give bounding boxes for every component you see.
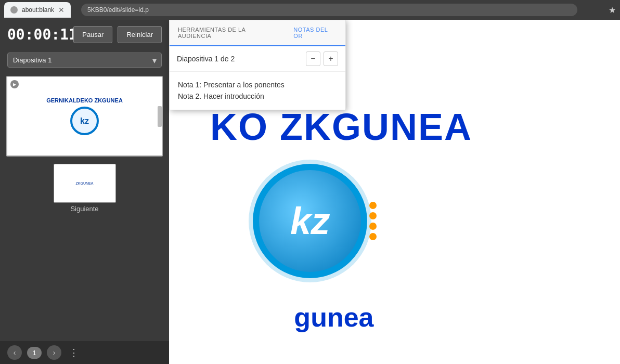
logo-dot-4	[369, 233, 377, 240]
note-line-1: Nota 1: Presentar a los ponentes	[178, 79, 337, 90]
tab-speaker-notes[interactable]: NOTAS DEL OR	[285, 20, 345, 46]
notes-controls: − +	[306, 51, 338, 66]
presenter-bottom-nav: ‹ 1 › ⋮	[0, 341, 169, 364]
slide-preview-title: GERNIKALDEKO ZKGUNEA	[46, 97, 123, 103]
browser-chrome: about:blank ✕ 5KBB0/edit#slide=id.p ★	[0, 0, 620, 20]
drag-handle[interactable]	[158, 106, 162, 127]
more-options-button[interactable]: ⋮	[67, 345, 81, 360]
note-line-2: Nota 2. Hacer introducción	[178, 90, 337, 102]
slide-selector-wrapper: Diapositiva 1 Diapositiva 2	[7, 53, 162, 68]
main-logo-dots	[369, 202, 377, 240]
notes-panel: HERRAMIENTAS DE LA AUDIENCIA NOTAS DEL O…	[169, 20, 346, 110]
restart-button[interactable]: Reiniciar	[118, 26, 162, 43]
slide-selector[interactable]: Diapositiva 1 Diapositiva 2	[7, 53, 162, 68]
logo-dot-1	[369, 202, 377, 209]
tab-label: about:blank	[22, 6, 54, 14]
browser-tab[interactable]: about:blank ✕	[4, 2, 71, 18]
prev-slide-button[interactable]: ‹	[7, 345, 22, 360]
tab-audience-tools[interactable]: HERRAMIENTAS DE LA AUDIENCIA	[170, 20, 285, 45]
timer-row: 00:00:11 Pausar Reiniciar	[0, 20, 169, 49]
logo-dot-3	[369, 223, 377, 230]
notes-header: Diapositiva 1 de 2 − +	[170, 46, 345, 72]
main-logo-circle: kz	[253, 164, 367, 278]
logo-dot-2	[369, 212, 377, 219]
notes-slide-title: Diapositiva 1 de 2	[177, 55, 235, 63]
increase-font-button[interactable]: +	[324, 51, 338, 66]
notes-content: Nota 1: Presentar a los ponentes Nota 2.…	[170, 72, 345, 110]
slide-selector-row: Diapositiva 1 Diapositiva 2	[0, 49, 169, 71]
slide-preview-logo: kz	[70, 107, 99, 135]
tab-close-icon[interactable]: ✕	[58, 6, 64, 14]
address-text: 5KBB0/edit#slide=id.p	[87, 6, 149, 14]
main-logo-kz: kz	[290, 200, 330, 242]
address-bar[interactable]: 5KBB0/edit#slide=id.p	[81, 4, 577, 16]
slide-play-button[interactable]: ▶	[10, 80, 19, 88]
next-slide-button[interactable]: ›	[47, 345, 61, 360]
main-slide-title: KO ZKGUNEA	[148, 106, 472, 148]
timer-display: 00:00:11	[7, 26, 68, 43]
decrease-font-button[interactable]: −	[306, 51, 320, 66]
slide-logo-text: kz	[80, 116, 89, 126]
main-gunea-text: gunea	[294, 302, 373, 333]
next-slide-area: ZKGUNEA Siguiente	[6, 164, 163, 213]
page-number: 1	[27, 347, 42, 359]
presenter-panel: 00:00:11 Pausar Reiniciar Diapositiva 1 …	[0, 20, 169, 364]
current-slide-preview: ▶ GERNIKALDEKO ZKGUNEA kz	[6, 76, 163, 157]
next-slide-text: ZKGUNEA	[76, 181, 94, 185]
main-logo-wrap: kz	[253, 164, 367, 278]
bookmark-star-icon[interactable]: ★	[609, 5, 616, 15]
pause-button[interactable]: Pausar	[73, 26, 112, 43]
next-slide-preview: ZKGUNEA	[54, 164, 116, 203]
next-slide-label: Siguiente	[70, 205, 98, 213]
notes-tabs: HERRAMIENTAS DE LA AUDIENCIA NOTAS DEL O…	[170, 20, 345, 46]
tab-favicon-icon	[10, 6, 18, 14]
